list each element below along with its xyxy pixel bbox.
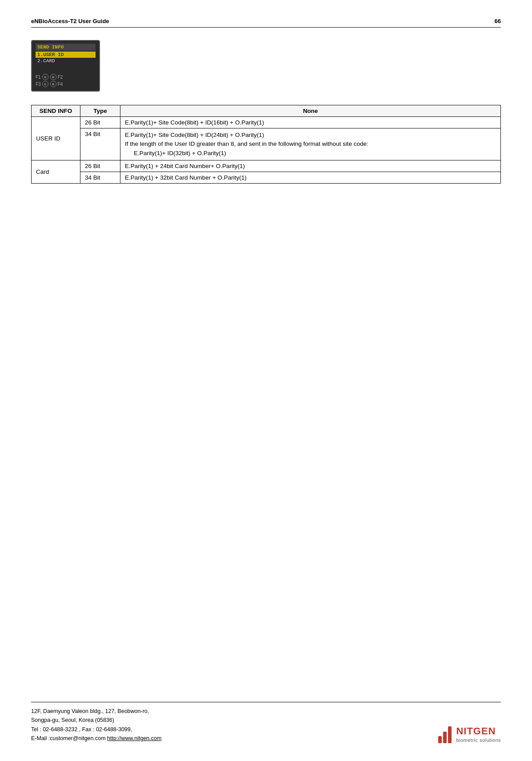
logo-bar-3 <box>448 726 452 743</box>
f1-label: F1 <box>36 75 41 80</box>
table-row: USER ID 26 Bit E.Parity(1)+ Site Code(8b… <box>32 117 501 128</box>
table-header-type: Type <box>80 105 120 117</box>
f4-label: F4 <box>58 82 63 87</box>
cell-card-34bit-type: 34 Bit <box>80 172 120 183</box>
btn-down: ⊙ <box>42 81 48 87</box>
logo-company-name: NITGEN <box>456 725 501 737</box>
f3-label: F3 <box>36 82 41 87</box>
logo-bar-2 <box>443 732 447 743</box>
logo-bar-1 <box>438 736 442 743</box>
btn-row-f1: F1 ⊙ ⊕ F2 <box>36 74 63 80</box>
page-footer: 12F, Daemyung Valeon bldg., 127, Beobwon… <box>31 702 501 744</box>
send-info-table: SEND INFO Type None USER ID 26 Bit E.Par… <box>31 105 501 184</box>
btn-right: ⊕ <box>50 74 56 80</box>
cell-26bit-none: E.Parity(1)+ Site Code(8bit) + ID(16bit)… <box>120 117 501 128</box>
device-mockup: SEND INFO 1.USER ID 2.CARD F1 ⊙ ⊕ F2 F3 … <box>31 40 100 92</box>
logo-tagline: biometric solutions <box>456 737 501 743</box>
cell-card-26bit-none: E.Parity(1) + 24bit Card Number+ O.Parit… <box>120 160 501 172</box>
cell-26bit-type: 26 Bit <box>80 117 120 128</box>
email-label: E-Mail :customer@nitgen.com <box>31 735 106 741</box>
footer-address: 12F, Daemyung Valeon bldg., 127, Beobwon… <box>31 707 161 744</box>
cell-34bit-none: E.Parity(1)+ Site Code(8bit) + ID(24bit)… <box>120 128 501 160</box>
btn-left-group: F1 ⊙ ⊕ F2 F3 ⊙ ⊕ F4 <box>36 74 63 87</box>
page-header: eNBioAccess-T2 User Guide 66 <box>31 18 501 28</box>
cell-card-26bit-type: 26 Bit <box>80 160 120 172</box>
address-line3: Tel : 02-6488-3232 , Fax : 02-6488-3099, <box>31 725 161 734</box>
btn-plus: ⊕ <box>50 81 56 87</box>
cell-user-id: USER ID <box>32 117 80 160</box>
logo-bars-icon <box>438 725 452 743</box>
table-row: 34 Bit E.Parity(1)+ Site Code(8bit) + ID… <box>32 128 501 160</box>
page-number: 66 <box>495 18 501 24</box>
address-line2: Songpa-gu, Seoul, Korea (05836) <box>31 716 161 725</box>
website-link[interactable]: http://www.nitgen.com <box>107 735 161 741</box>
table-row: 34 Bit E.Parity(1) + 32bit Card Number +… <box>32 172 501 183</box>
device-row-1: 1.USER ID <box>36 52 96 58</box>
table-header-send-info: SEND INFO <box>32 105 80 117</box>
page-container: eNBioAccess-T2 User Guide 66 SEND INFO 1… <box>0 0 532 761</box>
cell-card-34bit-none: E.Parity(1) + 32bit Card Number + O.Pari… <box>120 172 501 183</box>
cell-34bit-type: 34 Bit <box>80 128 120 160</box>
cell-card: Card <box>32 160 80 183</box>
header-title: eNBioAccess-T2 User Guide <box>31 18 109 24</box>
btn-row-f3: F3 ⊙ ⊕ F4 <box>36 81 63 87</box>
address-line4: E-Mail :customer@nitgen.com http://www.n… <box>31 734 161 743</box>
logo-text-block: NITGEN biometric solutions <box>456 725 501 743</box>
footer-logo: NITGEN biometric solutions <box>438 725 501 743</box>
table-header-none: None <box>120 105 501 117</box>
table-row: Card 26 Bit E.Parity(1) + 24bit Card Num… <box>32 160 501 172</box>
device-top-bar: SEND INFO <box>36 44 96 51</box>
address-line1: 12F, Daemyung Valeon bldg., 127, Beobwon… <box>31 707 161 716</box>
device-buttons: F1 ⊙ ⊕ F2 F3 ⊙ ⊕ F4 <box>36 74 96 87</box>
f2-label: F2 <box>58 75 63 80</box>
btn-up: ⊙ <box>42 74 48 80</box>
device-row-2: 2.CARD <box>36 58 96 64</box>
